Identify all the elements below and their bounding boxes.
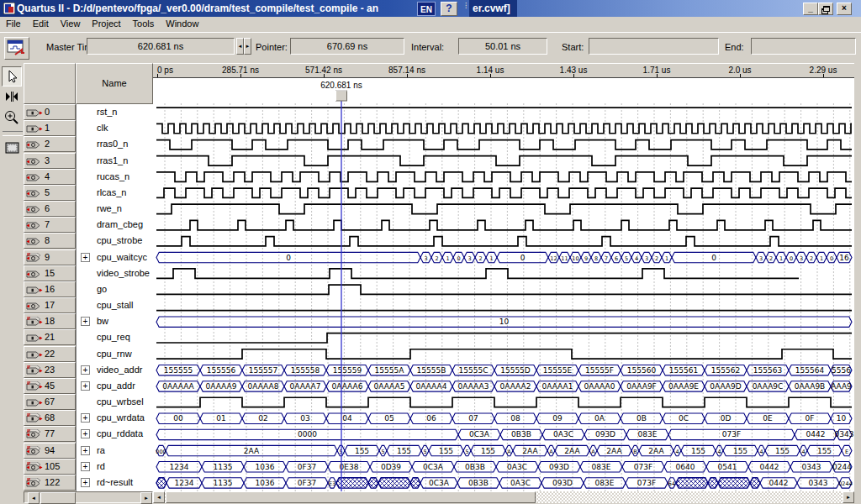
wave-bus-segment[interactable] xyxy=(718,478,750,488)
wave-bit-cpu_req[interactable] xyxy=(156,333,852,343)
expand-icon[interactable]: + xyxy=(81,446,90,455)
signal-number-button[interactable]: 5 xyxy=(24,185,76,201)
signal-name-cell[interactable]: +rd~result xyxy=(77,475,153,491)
wave-bit-rras1_n[interactable] xyxy=(156,156,852,165)
wave-bit-dram_cbeg[interactable] xyxy=(156,220,852,229)
time-spin-left-button[interactable]: ◄ xyxy=(236,38,244,55)
signal-name-cell[interactable]: cpu_req xyxy=(77,329,153,345)
signal-name-cell[interactable]: +rd xyxy=(77,459,153,475)
wave-bit-rras0_n[interactable] xyxy=(156,140,852,150)
signal-name-cell[interactable]: video_strobe xyxy=(77,265,153,281)
wave-bit-cpu_wrbsel[interactable] xyxy=(156,397,852,407)
signal-number-button[interactable]: 105 xyxy=(24,459,76,475)
wave-bus-segment[interactable] xyxy=(708,478,718,488)
signal-number-button[interactable]: 67 xyxy=(24,394,76,410)
signal-number-button[interactable]: 18 xyxy=(24,313,76,329)
signal-number-button[interactable]: 45 xyxy=(24,378,76,394)
signal-name-cell[interactable]: rlcas_n xyxy=(77,185,153,201)
end-field[interactable] xyxy=(751,38,856,55)
signal-number-button[interactable]: 4 xyxy=(24,169,76,185)
name-panel-hscrollbar[interactable]: ◄ ► xyxy=(24,491,153,503)
toolbar-grip-icon[interactable]: ⋮ xyxy=(462,3,467,14)
time-bar-tool-icon[interactable] xyxy=(2,87,22,108)
expand-icon[interactable]: + xyxy=(81,478,90,487)
menu-item-window[interactable]: Window xyxy=(160,17,204,32)
signal-number-button[interactable]: 6 xyxy=(24,201,76,217)
expand-icon[interactable]: + xyxy=(81,462,90,471)
cursor-arrow-icon[interactable] xyxy=(2,66,22,87)
signal-name-cell[interactable]: cpu_rnw xyxy=(77,346,153,362)
menu-item-project[interactable]: Project xyxy=(86,17,126,32)
signal-name-cell[interactable]: dram_cbeg xyxy=(77,217,153,233)
scroll-left-icon[interactable]: ◄ xyxy=(153,491,165,503)
signal-name-cell[interactable]: +cpu_wrdata xyxy=(77,410,153,426)
signal-number-button[interactable]: 23 xyxy=(24,362,76,378)
help-icon[interactable]: ? xyxy=(441,2,457,16)
signal-name-cell[interactable]: rwe_n xyxy=(77,201,153,217)
waveform-plot[interactable]: 0321032101211109876543210321032101610155… xyxy=(153,78,854,491)
signal-number-button[interactable]: 77 xyxy=(24,426,76,442)
signal-number-button[interactable]: 16 xyxy=(24,281,76,297)
language-indicator-badge[interactable]: EN xyxy=(417,2,436,16)
signal-number-button[interactable]: 94 xyxy=(24,443,76,459)
signal-name-cell[interactable]: cpu_strobe xyxy=(77,233,153,249)
wave-bit-cpu_rnw[interactable] xyxy=(156,349,852,359)
zoom-in-tool-icon[interactable] xyxy=(2,108,22,129)
signal-name-cell[interactable]: +bw xyxy=(77,313,153,329)
wave-bus-segment[interactable] xyxy=(378,478,410,488)
signal-name-cell[interactable]: rras1_n xyxy=(77,153,153,169)
wave-bus-segment[interactable] xyxy=(750,478,760,488)
time-ruler[interactable]: 0 ps285.71 ns571.42 ns857.14 ns1.14 us1.… xyxy=(153,63,854,78)
signal-number-button[interactable]: 15 xyxy=(24,265,76,281)
wave-bus-segment[interactable] xyxy=(368,478,378,488)
signal-number-button[interactable]: 17 xyxy=(24,297,76,313)
scroll-right-icon[interactable]: ► xyxy=(843,491,854,503)
signal-number-button[interactable]: 68 xyxy=(24,410,76,426)
signal-name-cell[interactable]: rst_n xyxy=(77,104,153,120)
signal-number-button[interactable]: 3 xyxy=(24,153,76,169)
wave-bit-video_strobe[interactable] xyxy=(156,269,799,278)
menu-item-view[interactable]: View xyxy=(55,17,87,32)
menu-item-edit[interactable]: Edit xyxy=(27,17,55,32)
time-cursor-handle[interactable] xyxy=(336,91,347,101)
signal-name-cell[interactable]: cpu_stall xyxy=(77,297,153,313)
expand-icon[interactable]: + xyxy=(81,429,90,438)
time-spin-right-button[interactable]: ► xyxy=(244,38,251,55)
signal-number-button[interactable]: 122 xyxy=(24,475,76,491)
signal-number-button[interactable]: 22 xyxy=(24,346,76,362)
master-time-bar-field[interactable]: 620.681 ns xyxy=(87,38,235,55)
signal-number-button[interactable]: 7 xyxy=(24,217,76,233)
wave-bus-segment[interactable] xyxy=(410,478,420,488)
signal-name-cell[interactable]: rras0_n xyxy=(77,136,153,152)
waveform-editor-icon[interactable] xyxy=(4,37,29,60)
signal-number-button[interactable]: 21 xyxy=(24,329,76,345)
wave-bit-rlcas_n[interactable] xyxy=(156,188,852,197)
scroll-left-icon[interactable]: ◄ xyxy=(28,492,40,504)
signal-name-cell[interactable]: cpu_wrbsel xyxy=(77,394,153,410)
wave-bit-rucas_n[interactable] xyxy=(156,172,852,181)
expand-icon[interactable]: + xyxy=(81,413,90,423)
signal-number-button[interactable]: 2 xyxy=(24,136,76,152)
expand-icon[interactable]: + xyxy=(81,253,90,262)
signal-name-cell[interactable]: +ra xyxy=(77,443,153,459)
signal-name-cell[interactable]: +cpu_addr xyxy=(77,378,153,394)
expand-icon[interactable]: + xyxy=(81,381,90,391)
menu-item-file[interactable]: File xyxy=(0,17,27,32)
wave-bit-clk[interactable] xyxy=(156,123,852,133)
close-button[interactable]: × xyxy=(837,3,852,15)
wave-bit-go[interactable] xyxy=(156,285,852,294)
signal-number-button[interactable]: 1 xyxy=(24,120,76,136)
scroll-thumb[interactable] xyxy=(166,491,536,503)
wave-bus-segment[interactable] xyxy=(676,478,708,488)
expand-icon[interactable]: + xyxy=(81,317,90,326)
menu-item-tools[interactable]: Tools xyxy=(127,17,161,32)
signal-name-cell[interactable]: clk xyxy=(77,120,153,136)
signal-name-cell[interactable]: +video_addr xyxy=(77,362,153,378)
wave-bus-segment[interactable] xyxy=(156,478,166,488)
fullscreen-tool-icon[interactable] xyxy=(2,139,22,159)
wave-bit-rwe_n[interactable] xyxy=(156,204,852,213)
minimize-button[interactable]: _ xyxy=(803,3,818,15)
scroll-right-icon[interactable]: ► xyxy=(140,492,152,504)
signal-number-button[interactable]: 0 xyxy=(24,104,76,120)
signal-name-cell[interactable]: +cpu_rddata xyxy=(77,426,153,442)
